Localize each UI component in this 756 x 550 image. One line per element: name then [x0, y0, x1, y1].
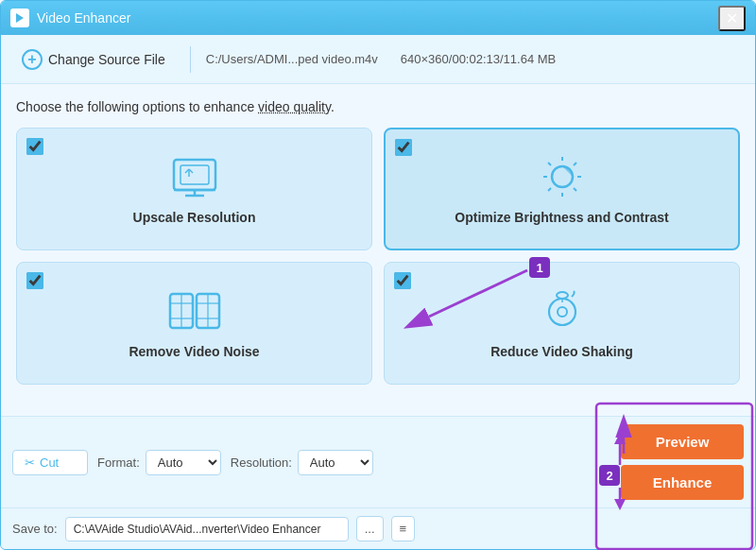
options-grid: Upscale Resolution — [16, 128, 740, 385]
brightness-label: Optimize Brightness and Contrast — [455, 210, 668, 225]
resolution-select[interactable]: Auto 720P 1080P 4K — [298, 450, 373, 475]
title-bar-left: Video Enhancer — [10, 9, 130, 27]
controls-bar: ✂ Cut Format: Auto MP4 AVI MOV Resolutio… — [1, 416, 755, 507]
cut-label: Cut — [40, 455, 59, 470]
app-icon — [10, 9, 29, 27]
save-browse-button[interactable]: ... — [356, 516, 384, 541]
resolution-group: Resolution: Auto 720P 1080P 4K — [231, 450, 373, 475]
shaking-checkbox[interactable] — [394, 272, 411, 289]
save-folder-button[interactable]: ≡ — [391, 516, 416, 541]
toolbar: + Change Source File C:/Users/ADMI...ped… — [1, 35, 755, 84]
window-title: Video Enhancer — [37, 10, 130, 26]
shaking-label: Reduce Video Shaking — [490, 344, 633, 359]
option-card-shaking: Reduce Video Shaking — [384, 262, 740, 385]
upscale-checkbox[interactable] — [26, 138, 43, 155]
enhance-button[interactable]: Enhance — [621, 465, 744, 500]
noise-label: Remove Video Noise — [129, 344, 259, 359]
svg-line-16 — [574, 163, 576, 165]
bottom-section: ✂ Cut Format: Auto MP4 AVI MOV Resolutio… — [1, 416, 755, 549]
brightness-icon — [534, 153, 591, 200]
save-bar: Save to: ... ≡ — [1, 507, 755, 549]
toolbar-separator — [190, 46, 191, 73]
svg-marker-0 — [16, 13, 24, 23]
svg-line-15 — [574, 188, 576, 191]
svg-line-17 — [548, 188, 551, 191]
svg-point-26 — [549, 299, 576, 325]
save-label: Save to: — [12, 522, 58, 536]
noise-checkbox[interactable] — [26, 272, 43, 289]
upscale-label: Upscale Resolution — [133, 210, 256, 225]
noise-icon — [166, 287, 223, 335]
instructions-underline: video quality — [258, 99, 331, 114]
file-path: C:/Users/ADMI...ped video.m4v — [206, 52, 378, 66]
title-bar: Video Enhancer ✕ — [1, 1, 755, 35]
svg-point-27 — [558, 307, 567, 317]
change-source-label: Change Source File — [48, 52, 165, 67]
change-source-button[interactable]: + Change Source File — [12, 43, 175, 76]
svg-line-14 — [548, 163, 551, 165]
close-button[interactable]: ✕ — [718, 6, 746, 31]
shaking-icon — [534, 287, 591, 335]
file-meta: 640×360/00:02:13/11.64 MB — [401, 52, 556, 66]
main-content: Choose the following options to enhance … — [1, 84, 755, 416]
preview-button[interactable]: Preview — [621, 424, 744, 459]
brightness-checkbox[interactable] — [395, 139, 412, 156]
scissors-icon: ✂ — [25, 455, 35, 470]
instructions-text: Choose the following options to enhance … — [16, 99, 740, 114]
svg-rect-2 — [180, 165, 209, 184]
resolution-label: Resolution: — [231, 455, 292, 470]
upscale-icon — [166, 153, 223, 200]
app-window: Video Enhancer ✕ + Change Source File C:… — [0, 0, 756, 550]
option-card-brightness: Optimize Brightness and Contrast — [384, 128, 740, 250]
option-card-upscale: Upscale Resolution — [16, 128, 372, 250]
format-label: Format: — [97, 455, 140, 470]
format-select[interactable]: Auto MP4 AVI MOV — [146, 450, 221, 475]
save-path-input[interactable] — [65, 517, 349, 541]
format-group: Format: Auto MP4 AVI MOV — [97, 450, 221, 475]
cut-button[interactable]: ✂ Cut — [12, 450, 88, 475]
add-icon: + — [22, 49, 43, 70]
action-buttons: Preview Enhance — [621, 424, 744, 500]
option-card-noise: Remove Video Noise — [16, 262, 372, 385]
